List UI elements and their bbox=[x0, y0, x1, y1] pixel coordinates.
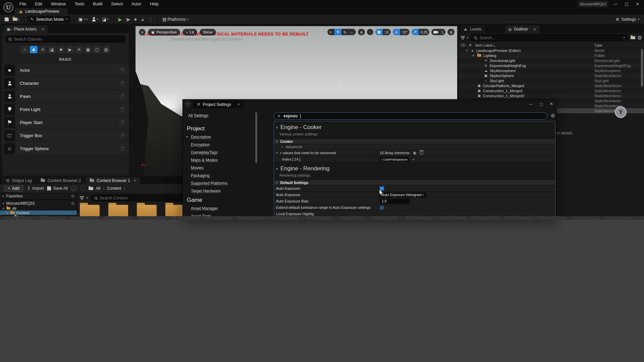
expander-icon[interactable]: ▾ bbox=[466, 49, 468, 52]
menu-item-tools[interactable]: Tools bbox=[74, 2, 84, 6]
all-settings-link[interactable]: All Settings bbox=[188, 113, 208, 118]
camera-speed-icon[interactable] bbox=[431, 29, 439, 35]
cinematics-icon[interactable]: ◪▾ bbox=[100, 17, 111, 22]
menu-item-build[interactable]: Build bbox=[93, 2, 102, 6]
perspective-button[interactable]: ▣Perspective bbox=[148, 29, 180, 36]
type-column[interactable]: Type bbox=[594, 43, 602, 47]
outliner-search-input[interactable] bbox=[479, 36, 621, 40]
auto-exposure-mode-dropdown[interactable]: Auto Exposure Histogram ▾ bbox=[380, 192, 426, 197]
tab-content-browser-2[interactable]: Content Browser 2 bbox=[37, 177, 85, 184]
platforms-button[interactable]: ▤ Platforms▾ bbox=[160, 17, 190, 22]
new-folder-icon[interactable] bbox=[631, 36, 635, 40]
outliner-row[interactable]: ▾LightingFolder bbox=[459, 53, 644, 58]
setting-row-auto-exposure[interactable]: Auto Exposure ✓ bbox=[274, 185, 555, 192]
extend-luminance-checkbox[interactable]: ✓ bbox=[380, 205, 384, 210]
close-icon[interactable]: ✕ bbox=[42, 27, 44, 31]
advanced-expander[interactable]: ▾Advanced bbox=[274, 144, 555, 150]
stop-icon[interactable]: ■ bbox=[132, 17, 139, 22]
delete-elements-icon[interactable] bbox=[420, 152, 423, 155]
close-icon[interactable]: ✕ bbox=[237, 103, 240, 106]
settings-section-link[interactable]: GameplayTags bbox=[191, 150, 218, 155]
camera-speed-value[interactable]: 1 bbox=[439, 29, 445, 35]
place-category-button[interactable]: ▶ bbox=[66, 46, 74, 53]
breadcrumb-content[interactable]: Content bbox=[107, 186, 121, 191]
search-classes-input[interactable] bbox=[14, 37, 122, 42]
menu-item-actor[interactable]: Actor bbox=[131, 2, 141, 6]
show-button[interactable]: Show bbox=[200, 29, 216, 36]
cvar-value-field[interactable]: r.UsePreExposure bbox=[380, 157, 410, 162]
place-actor-item[interactable]: ○Trigger Sphere? bbox=[2, 142, 129, 155]
chevron-down-icon[interactable]: ▾ bbox=[624, 36, 625, 39]
place-actor-item[interactable]: Character? bbox=[2, 77, 129, 90]
clear-search-icon[interactable]: ✕ bbox=[277, 114, 280, 118]
cooker-section-header[interactable]: ▾Cooker bbox=[274, 138, 555, 144]
rotation-snap-icon[interactable]: ∠ bbox=[393, 29, 400, 35]
menu-item-window[interactable]: Window bbox=[51, 2, 66, 6]
place-category-button[interactable]: ■ bbox=[57, 46, 65, 53]
expander-icon[interactable]: ▾ bbox=[3, 202, 4, 205]
settings-section-link[interactable]: Encryption bbox=[191, 142, 210, 147]
settings-section-link[interactable]: Movies bbox=[191, 166, 204, 170]
outliner-row[interactable]: ☼SkyLightSkyLight bbox=[459, 78, 644, 83]
menu-item-edit[interactable]: Edit bbox=[35, 2, 42, 6]
place-actor-item[interactable]: □Trigger Box? bbox=[2, 129, 129, 142]
close-icon[interactable]: ✕ bbox=[134, 179, 137, 182]
setting-row-auto-exposure-bias[interactable]: Auto Exposure Bias 1.0 bbox=[274, 198, 555, 204]
rotate-tool-icon[interactable]: ↻ bbox=[341, 29, 348, 35]
default-settings-section-header[interactable]: ▾Default Settings bbox=[274, 180, 555, 185]
save-icon[interactable] bbox=[3, 17, 11, 21]
chevron-down-icon[interactable]: ▾ bbox=[467, 36, 468, 39]
place-actor-item[interactable]: Pawn? bbox=[2, 90, 129, 103]
place-category-button[interactable]: ✳ bbox=[75, 46, 83, 53]
expander-icon[interactable]: ▾ bbox=[7, 211, 8, 215]
place-category-button[interactable]: ▤ bbox=[102, 46, 110, 53]
outliner-row[interactable]: ☀DirectionalLightDirectionalLight bbox=[459, 58, 644, 63]
outliner-row[interactable]: ▣CircularPlatform_MergedStaticMeshActor bbox=[459, 83, 644, 88]
lit-button[interactable]: ◑Lit bbox=[182, 29, 197, 36]
launch-icon[interactable]: ▲ bbox=[139, 17, 147, 22]
scale-tool-icon[interactable]: ↔ bbox=[347, 29, 356, 35]
outliner-row[interactable]: ▾▲LandscapePreview (Editor)World bbox=[459, 48, 644, 53]
outliner-row[interactable]: ▣SkyboxSphereStaticMeshActor bbox=[459, 73, 644, 78]
content-folder[interactable] bbox=[80, 205, 100, 216]
chevron-down-icon[interactable]: ▾ bbox=[413, 158, 414, 161]
content-tree-item[interactable]: ▾Content bbox=[0, 210, 77, 215]
place-category-button[interactable]: ◔ bbox=[21, 46, 29, 53]
search-classes-field[interactable] bbox=[5, 36, 126, 43]
settings-search-field[interactable]: ✕ bbox=[274, 112, 547, 120]
menu-item-file[interactable]: File bbox=[19, 2, 26, 6]
add-actor-icon[interactable]: ▣+▾ bbox=[76, 17, 90, 22]
import-button[interactable]: ↧Import bbox=[27, 186, 44, 191]
add-element-icon[interactable]: ⊕ bbox=[413, 150, 417, 156]
maximize-icon[interactable]: ▢ bbox=[540, 102, 543, 106]
tab-content-browser-1[interactable]: Content Browser 1✕ bbox=[86, 177, 140, 184]
place-actor-item[interactable]: ⚑Player Start? bbox=[2, 116, 129, 129]
content-folder[interactable] bbox=[108, 205, 128, 216]
forward-icon[interactable]: → bbox=[80, 186, 85, 191]
place-category-button[interactable]: ▢ bbox=[93, 46, 101, 53]
restore-icon[interactable]: ▢ bbox=[625, 2, 629, 6]
setting-row-versioned-values[interactable]: ▾r values that need to be versioned 15 A… bbox=[274, 150, 555, 156]
visibility-column-eye-icon[interactable] bbox=[461, 43, 465, 47]
rotation-snap-value[interactable]: 10° bbox=[400, 29, 410, 35]
outliner-row[interactable]: ☁SkyAtmosphereSkyAtmosphere bbox=[459, 68, 644, 73]
sidebar-scrollbar[interactable] bbox=[255, 112, 257, 163]
filter-icon[interactable] bbox=[80, 196, 84, 200]
setting-row-index-14[interactable]: Index [ 14 ] r.UsePreExposure ▾ bbox=[274, 156, 555, 163]
place-actor-item[interactable]: Point Light? bbox=[2, 103, 129, 116]
settings-section-link[interactable]: Target Hardware bbox=[191, 189, 221, 193]
settings-section-link[interactable]: Description bbox=[191, 135, 211, 139]
unreal-logo-icon[interactable]: U bbox=[3, 2, 13, 12]
place-actor-item[interactable]: ●Actor? bbox=[2, 64, 129, 77]
close-icon[interactable]: ✕ bbox=[533, 27, 536, 31]
tab-output-log[interactable]: ▤Output Log bbox=[2, 177, 36, 184]
window-resize-grip[interactable] bbox=[0, 216, 644, 220]
close-icon[interactable]: ✕ bbox=[550, 102, 553, 106]
gear-icon[interactable]: ⚙ bbox=[551, 113, 555, 118]
outliner-scrollbar[interactable] bbox=[641, 49, 643, 86]
content-tree-item[interactable]: ▾All bbox=[0, 206, 77, 210]
chevron-down-icon[interactable]: ▾ bbox=[87, 196, 88, 199]
content-folder[interactable] bbox=[137, 205, 157, 216]
browse-content-icon[interactable] bbox=[11, 18, 21, 21]
surface-snap-icon[interactable]: ∴ bbox=[367, 29, 373, 35]
